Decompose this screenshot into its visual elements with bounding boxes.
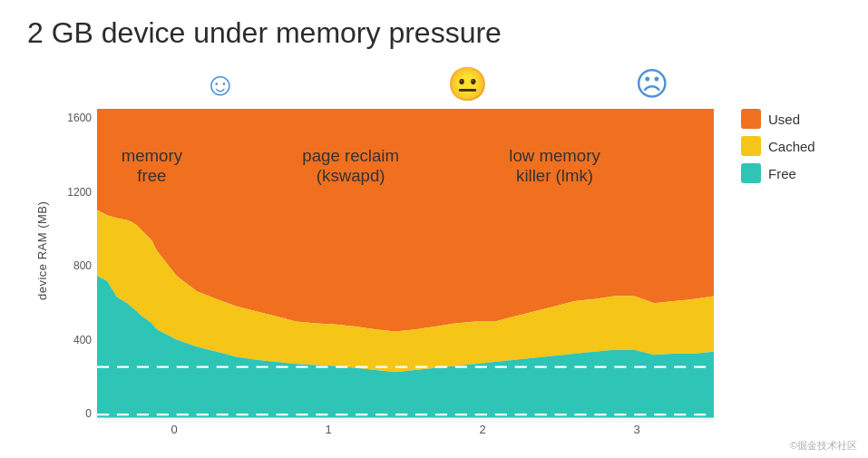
y-tick-800: 800 xyxy=(56,257,92,275)
y-axis-label: device RAM (MB) xyxy=(27,59,56,443)
y-axis-ticks: 0 400 800 1200 1600 xyxy=(56,109,97,423)
y-tick-1200: 1200 xyxy=(56,183,92,201)
legend-label-cached: Cached xyxy=(768,139,815,154)
watermark: ©掘金技术社区 xyxy=(790,439,857,453)
face-neutral: 😐 xyxy=(344,68,590,101)
face-sad: ☹ xyxy=(590,68,714,101)
x-tick-2: 2 xyxy=(405,423,560,443)
legend: Used Cached Free xyxy=(732,59,841,443)
y-tick-400: 400 xyxy=(56,331,92,349)
legend-swatch-cached xyxy=(741,136,761,156)
region-label-free2: free xyxy=(137,166,166,185)
y-tick-0: 0 xyxy=(56,404,92,423)
region-label-lmk: low memory xyxy=(509,146,600,165)
x-tick-0: 0 xyxy=(97,423,251,443)
x-tick-1: 1 xyxy=(251,423,405,443)
page-title: 2 GB device under memory pressure xyxy=(0,0,868,59)
legend-swatch-free xyxy=(741,163,761,183)
x-tick-3: 3 xyxy=(560,423,714,443)
legend-used: Used xyxy=(741,109,841,129)
region-label-reclaim: page reclaim xyxy=(302,146,399,165)
face-happy: ☺ xyxy=(97,68,344,101)
legend-cached: Cached xyxy=(741,136,841,156)
faces-row: ☺ 😐 ☹ xyxy=(56,59,714,109)
y-tick-1600: 1600 xyxy=(56,109,92,127)
legend-free: Free xyxy=(741,163,841,183)
region-label-free: memory xyxy=(122,146,183,165)
legend-label-free: Free xyxy=(768,166,796,181)
chart-svg: memory free page reclaim (kswapd) low me… xyxy=(97,109,714,423)
x-axis-ticks: 0 1 2 3 xyxy=(56,423,714,443)
legend-label-used: Used xyxy=(768,112,800,127)
chart-svg-container: memory free page reclaim (kswapd) low me… xyxy=(97,109,714,423)
region-label-reclaim2: (kswapd) xyxy=(317,166,385,185)
legend-swatch-used xyxy=(741,109,761,129)
region-label-lmk2: killer (lmk) xyxy=(516,166,593,185)
